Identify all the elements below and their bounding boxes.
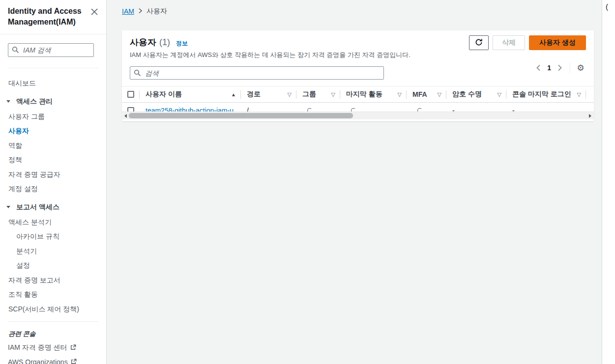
caret-down-icon bbox=[6, 100, 10, 103]
sidebar-search-input[interactable] bbox=[8, 43, 94, 57]
search-icon bbox=[12, 46, 19, 56]
sidebar-item-settings[interactable]: 설정 bbox=[0, 258, 106, 273]
column-label: 콘솔 마지막 로그인 bbox=[512, 90, 571, 99]
page-title: 사용자 bbox=[130, 36, 156, 48]
column-label: 마지막 활동 bbox=[346, 90, 382, 99]
sidebar-item-archive-rules[interactable]: 아카이브 규칙 bbox=[0, 229, 106, 244]
users-panel: 사용자 (1) 정보 IAM 사용자는 계정에서 AWS와 상호 작용하는 데 … bbox=[122, 30, 594, 121]
sidebar-item-organization-activity[interactable]: 조직 활동 bbox=[0, 287, 106, 302]
column-header-groups[interactable]: 그룹 ▽ bbox=[296, 86, 340, 103]
sidebar-link-iam-identity-center[interactable]: IAM 자격 증명 센터 bbox=[0, 340, 106, 355]
sidebar-item-dashboard[interactable]: 대시보드 bbox=[0, 76, 106, 91]
column-header-path[interactable]: 경로 ▽ bbox=[241, 86, 296, 103]
sortable-icon[interactable]: ▽ bbox=[438, 91, 441, 98]
sidebar-section-access-reports[interactable]: 보고서 액세스 bbox=[0, 199, 106, 215]
sortable-icon[interactable]: ▽ bbox=[498, 91, 501, 98]
sidebar-link-aws-organizations[interactable]: AWS Organizations bbox=[0, 355, 106, 364]
sidebar-item-policies[interactable]: 정책 bbox=[0, 153, 106, 168]
scrollbar-thumb[interactable] bbox=[129, 113, 353, 118]
iam-sidebar: Identity and Access Management(IAM) 대시보드… bbox=[0, 0, 107, 364]
column-header-user-name[interactable]: 사용자 이름 ▲ bbox=[140, 86, 241, 103]
info-link[interactable]: 정보 bbox=[176, 39, 188, 48]
toolbar: 삭제 사용자 생성 bbox=[469, 35, 586, 50]
checkbox-icon[interactable] bbox=[127, 91, 134, 98]
column-header-console-last-login[interactable]: 콘솔 마지막 로그인 ▽ bbox=[506, 86, 586, 103]
column-header-mfa[interactable]: MFA ▽ bbox=[407, 86, 446, 103]
partial-glyph: ( bbox=[606, 2, 608, 11]
sortable-icon[interactable]: ▽ bbox=[288, 91, 292, 98]
refresh-button[interactable] bbox=[469, 35, 489, 50]
sidebar-nav: 대시보드 액세스 관리 사용자 그룹 사용자 역할 정책 자격 증명 공급자 계… bbox=[0, 68, 106, 316]
column-label: 그룹 bbox=[302, 90, 316, 99]
breadcrumb-chevron-icon bbox=[138, 7, 143, 15]
column-label: 경로 bbox=[247, 90, 261, 99]
previous-page-icon[interactable] bbox=[532, 62, 544, 74]
next-page-icon[interactable] bbox=[554, 62, 566, 74]
scroll-right-icon[interactable] bbox=[586, 112, 594, 119]
create-user-button[interactable]: 사용자 생성 bbox=[529, 35, 586, 50]
sidebar-item-user-groups[interactable]: 사용자 그룹 bbox=[0, 110, 106, 124]
page-number[interactable]: 1 bbox=[544, 64, 554, 72]
delete-button[interactable]: 삭제 bbox=[493, 35, 525, 50]
breadcrumb-iam-link[interactable]: IAM bbox=[122, 7, 134, 15]
sortable-icon[interactable]: ▽ bbox=[398, 91, 402, 98]
main-content: IAM 사용자 사용자 (1) 정보 IAM 사용자는 계정에서 AWS와 상호… bbox=[107, 0, 602, 364]
horizontal-scrollbar[interactable] bbox=[122, 112, 594, 119]
link-label: AWS Organizations bbox=[8, 358, 68, 364]
sidebar-item-account-settings[interactable]: 계정 설정 bbox=[0, 182, 106, 196]
column-header-password-age[interactable]: 암호 수명 ▽ bbox=[446, 86, 506, 103]
sidebar-item-users[interactable]: 사용자 bbox=[0, 124, 106, 139]
sidebar-section-access-management[interactable]: 액세스 관리 bbox=[0, 94, 106, 110]
refresh-icon bbox=[475, 38, 483, 48]
sidebar-item-scp[interactable]: SCP(서비스 제어 정책) bbox=[0, 302, 106, 317]
sortable-icon[interactable]: ▽ bbox=[577, 91, 581, 98]
gear-icon[interactable]: ⚙ bbox=[574, 63, 587, 73]
right-edge-panel: ( bbox=[602, 0, 615, 364]
panel-description: IAM 사용자는 계정에서 AWS와 상호 작용하는 데 사용되는 장기 자격 … bbox=[130, 51, 586, 59]
select-all-checkbox[interactable] bbox=[122, 86, 140, 103]
breadcrumb-current: 사용자 bbox=[146, 7, 167, 16]
section-label: 액세스 관리 bbox=[16, 97, 53, 106]
external-link-icon bbox=[70, 344, 76, 352]
sort-ascending-icon[interactable]: ▲ bbox=[231, 92, 236, 97]
pagination-divider bbox=[570, 62, 570, 73]
link-label: IAM 자격 증명 센터 bbox=[8, 343, 67, 352]
close-icon[interactable] bbox=[89, 7, 99, 17]
table-header-row: 사용자 이름 ▲ 경로 ▽ 그룹 ▽ 마지막 활동 ▽ bbox=[122, 86, 594, 103]
column-label: 사용자 이름 bbox=[146, 90, 182, 99]
external-link-icon bbox=[71, 358, 77, 364]
sidebar-title: Identity and Access Management(IAM) bbox=[8, 6, 82, 27]
pagination: 1 ⚙ bbox=[532, 62, 587, 74]
search-icon bbox=[134, 69, 141, 79]
sidebar-item-identity-providers[interactable]: 자격 증명 공급자 bbox=[0, 168, 106, 182]
related-consoles-heading: 관련 콘솔 bbox=[0, 322, 106, 340]
column-label: MFA bbox=[412, 90, 427, 98]
sortable-icon[interactable]: ▽ bbox=[331, 91, 335, 98]
sidebar-item-credential-report[interactable]: 자격 증명 보고서 bbox=[0, 273, 106, 288]
table-filter-input[interactable] bbox=[130, 66, 384, 80]
section-label: 보고서 액세스 bbox=[16, 203, 59, 212]
sidebar-header: Identity and Access Management(IAM) bbox=[0, 0, 106, 34]
sidebar-item-roles[interactable]: 역할 bbox=[0, 139, 106, 153]
sidebar-item-access-analyzer[interactable]: 액세스 분석기 bbox=[0, 215, 106, 230]
iam-console: Identity and Access Management(IAM) 대시보드… bbox=[0, 0, 615, 364]
user-count: (1) bbox=[159, 37, 170, 48]
column-header-last-activity[interactable]: 마지막 활동 ▽ bbox=[340, 86, 407, 103]
caret-down-icon bbox=[6, 206, 10, 208]
breadcrumb: IAM 사용자 bbox=[107, 0, 602, 16]
column-label: 암호 수명 bbox=[452, 90, 482, 99]
sidebar-item-analyzers[interactable]: 분석기 bbox=[0, 244, 106, 259]
scroll-left-icon[interactable] bbox=[122, 112, 129, 119]
